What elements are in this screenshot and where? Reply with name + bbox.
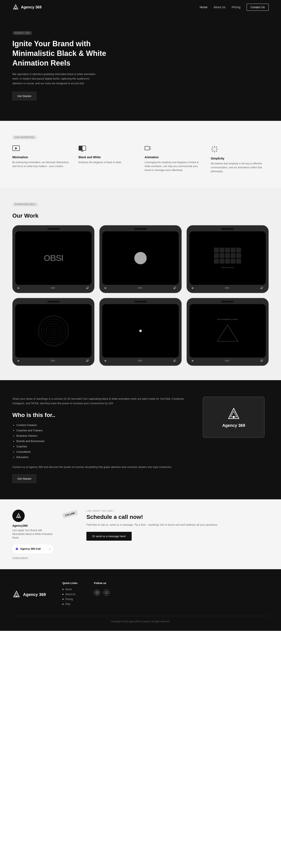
footer-links-column: Quick Links Home About Us Pricing FAQ bbox=[62, 582, 78, 608]
svg-point-29 bbox=[18, 517, 19, 518]
svg-point-0 bbox=[15, 8, 16, 9]
work-title: Our Work bbox=[12, 213, 269, 219]
svg-line-19 bbox=[212, 150, 213, 152]
play-icon-6[interactable]: ▶ bbox=[192, 359, 194, 362]
volume-icon-2[interactable]: 🔊 bbox=[173, 286, 176, 289]
svg-point-25 bbox=[39, 316, 68, 345]
svg-line-9 bbox=[150, 147, 151, 147]
svg-rect-5 bbox=[79, 146, 82, 150]
phone-5: ▶ 0:00 🔊 bbox=[100, 298, 181, 366]
phone-screen-6: self actualization is about bbox=[190, 304, 266, 358]
volume-icon-5[interactable]: 🔊 bbox=[173, 359, 176, 362]
footer-copyright: Copyright ©2023 agency369 Company. All r… bbox=[111, 620, 170, 623]
phone-2: ▶ 0:00 🔊 bbox=[100, 225, 181, 293]
expertise-title-3: Simplicity bbox=[211, 157, 269, 160]
triangle-svg bbox=[215, 323, 240, 343]
footer-dot-icon bbox=[62, 603, 63, 605]
send-message-button[interactable]: Or send us a message here! bbox=[86, 532, 132, 541]
who-contact-text: Contact us at Agency 369 and discover th… bbox=[12, 465, 186, 469]
phone-3: You can't focus ▶ 0:00 🔊 bbox=[187, 225, 269, 293]
footer-bottom: Copyright ©2023 agency369 Company. All r… bbox=[12, 616, 269, 623]
footer-follow-us-title: Follow us bbox=[94, 582, 110, 585]
phone-notch-2 bbox=[134, 228, 147, 230]
expertise-section: OUR EXPERTISE Minimalism By embracing mi… bbox=[0, 121, 281, 188]
footer-link-about[interactable]: About Us bbox=[62, 593, 78, 596]
phone-screen-3: You can't focus bbox=[190, 231, 266, 285]
who-cta-button[interactable]: Get Started bbox=[12, 474, 36, 483]
time-2: 0:00 bbox=[138, 287, 142, 289]
hero-headline: Ignite Your Brand with Minimalistic Blac… bbox=[12, 39, 111, 68]
instagram-icon[interactable] bbox=[94, 590, 100, 596]
phone-screen-2 bbox=[102, 231, 178, 285]
svg-point-22 bbox=[47, 324, 60, 338]
sticky-call-item[interactable]: Agency 369 Call › bbox=[12, 545, 54, 553]
screen-content-5 bbox=[139, 330, 142, 332]
footer-social-column: Follow us bbox=[94, 582, 110, 608]
play-icon-2[interactable]: ▶ bbox=[105, 286, 107, 289]
footer-link-about-label: About Us bbox=[65, 593, 75, 596]
laptop-mockup: Agency 369 bbox=[203, 397, 264, 438]
volume-icon-4[interactable]: 🔊 bbox=[86, 359, 89, 362]
svg-point-26 bbox=[38, 316, 69, 346]
play-icon-3[interactable]: ▶ bbox=[192, 286, 194, 289]
youtube-icon[interactable] bbox=[104, 590, 110, 596]
svg-point-28 bbox=[233, 416, 235, 418]
tag-badge: CALLING bbox=[62, 509, 78, 518]
svg-rect-8 bbox=[145, 146, 149, 150]
animation-icon bbox=[145, 146, 203, 153]
nav-pricing-link[interactable]: Pricing bbox=[232, 5, 241, 9]
nav-about-link[interactable]: About Us bbox=[214, 5, 225, 9]
expertise-desc-1: Embrace the elegance of black & white. bbox=[79, 160, 137, 164]
footer-link-faq-label: FAQ bbox=[65, 603, 70, 606]
cookie-settings-link[interactable]: Cookie settings bbox=[12, 556, 28, 559]
expertise-title-0: Minimalism bbox=[12, 156, 71, 159]
volume-icon-1[interactable]: 🔊 bbox=[86, 286, 89, 289]
expertise-badge: OUR EXPERTISE bbox=[12, 135, 37, 139]
phone-notch-5 bbox=[134, 301, 147, 303]
like-what-label: LIKE WHAT YOU SEE? bbox=[86, 509, 269, 512]
who-list-item-3: Brands and Businesses bbox=[17, 438, 186, 444]
who-intro: Share your ideas or teachings in a conci… bbox=[12, 397, 186, 406]
phone-4: ▶ 0:00 🔊 bbox=[12, 298, 94, 366]
hero-section: AGENCY 369 Ignite Your Brand with Minima… bbox=[0, 14, 281, 121]
hero-badge: AGENCY 369 bbox=[12, 31, 32, 35]
sticky-left-panel: Agency369 Let's Ignite Your Brand with M… bbox=[12, 509, 54, 559]
hero-cta-button[interactable]: Get Started bbox=[12, 92, 36, 100]
phone-controls-6: ▶ 0:00 🔊 bbox=[190, 358, 266, 363]
expertise-title-1: Black and White bbox=[79, 156, 137, 159]
time-5: 0:00 bbox=[138, 360, 142, 362]
footer-dot-icon bbox=[62, 594, 63, 595]
volume-icon-6[interactable]: 🔊 bbox=[260, 359, 263, 362]
svg-point-33 bbox=[98, 592, 98, 592]
sticky-call-arrow-icon: › bbox=[49, 547, 50, 551]
nav-home-link[interactable]: Home bbox=[200, 5, 207, 9]
who-section: Share your ideas or teachings in a conci… bbox=[0, 380, 281, 499]
phone-notch-1 bbox=[47, 228, 60, 230]
laptop-brand: Agency 369 bbox=[222, 423, 245, 428]
laptop-content: Agency 369 bbox=[222, 407, 245, 428]
nav-contact-button[interactable]: Contact Us bbox=[247, 4, 269, 11]
footer-link-faq[interactable]: FAQ bbox=[62, 603, 78, 606]
sticky-call-label: Agency 369 Call bbox=[20, 547, 47, 550]
expertise-item-1: Black and White Embrace the elegance of … bbox=[79, 146, 137, 174]
volume-icon-3[interactable]: 🔊 bbox=[260, 286, 263, 289]
sticky-logo-icon bbox=[16, 513, 22, 519]
play-icon-4[interactable]: ▶ bbox=[18, 359, 20, 362]
phone-notch-6 bbox=[221, 301, 234, 303]
svg-line-17 bbox=[216, 150, 217, 152]
phone-notch-4 bbox=[47, 301, 60, 303]
svg-point-30 bbox=[16, 595, 17, 597]
svg-line-11 bbox=[150, 149, 151, 150]
expertise-desc-2: Leveraging the simplicity and elegance o… bbox=[145, 160, 203, 173]
footer-link-home[interactable]: Home bbox=[62, 588, 78, 591]
svg-line-18 bbox=[216, 147, 217, 148]
expertise-item-3: Simplicity We believe that simplicity is… bbox=[211, 146, 269, 174]
footer-link-pricing[interactable]: Pricing bbox=[62, 598, 78, 601]
sticky-call-section: Agency369 Let's Ignite Your Brand with M… bbox=[0, 499, 281, 569]
svg-rect-31 bbox=[96, 591, 99, 594]
phone-controls-2: ▶ 0:00 🔊 bbox=[102, 285, 178, 290]
sticky-brand-name: Agency369 bbox=[12, 524, 28, 527]
play-icon-1[interactable]: ▶ bbox=[18, 286, 20, 289]
who-list-item-5: Consultants bbox=[17, 449, 186, 455]
play-icon-5[interactable]: ▶ bbox=[105, 359, 107, 362]
